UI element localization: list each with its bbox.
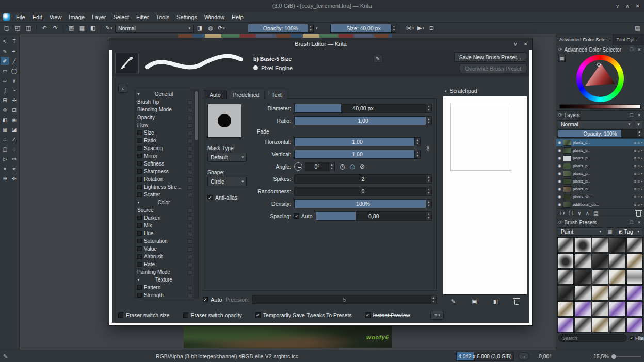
bezier-curve-tool[interactable]: ʃ: [1, 86, 9, 94]
menu-item[interactable]: Image: [65, 11, 88, 23]
calligraphy-tool[interactable]: ✒: [10, 47, 19, 55]
layer-filter-icon[interactable]: ▼: [635, 120, 642, 128]
hue-ring[interactable]: [576, 55, 624, 102]
reload-preset-icon[interactable]: ⟳▾: [217, 24, 226, 33]
layer-opacity-slider[interactable]: Opacity: 100%: [558, 129, 642, 138]
canvas-rotation-reset-button[interactable]: ↔: [518, 352, 529, 360]
rotation-off-icon[interactable]: ⊘: [360, 163, 365, 170]
menu-item[interactable]: Layer: [88, 11, 110, 23]
overwrite-preset-button[interactable]: Overwrite Brush Preset: [460, 63, 526, 73]
alpha-lock-icon[interactable]: α: [637, 172, 639, 175]
brush-option-row[interactable]: Painting Mode: [135, 268, 194, 276]
option-checkbox[interactable]: [137, 239, 142, 243]
brush-option-row[interactable]: General: [135, 90, 194, 98]
brush-preset-thumbnail[interactable]: [626, 253, 643, 269]
alpha-lock-icon[interactable]: α: [637, 164, 639, 168]
float-docker-icon[interactable]: ❐: [629, 47, 634, 52]
pattern-chooser-icon[interactable]: ▦: [77, 24, 87, 33]
brush-option-row[interactable]: Blending Mode: [135, 106, 194, 113]
option-checkbox[interactable]: [137, 192, 142, 197]
brush-option-row[interactable]: Sharpness: [135, 168, 194, 175]
color-sampler-tool[interactable]: ◉: [10, 116, 19, 124]
link-fade-icon[interactable]: ∞: [425, 146, 432, 151]
selector-settings-icon[interactable]: ▦: [558, 55, 566, 62]
redo-icon[interactable]: ↷: [51, 24, 60, 33]
delete-layer-button[interactable]: [636, 210, 641, 217]
menu-item[interactable]: Filter: [133, 11, 152, 23]
visibility-eye-icon[interactable]: ◉: [558, 148, 561, 153]
add-layer-button[interactable]: +▾: [559, 210, 565, 216]
brush-preset-thumbnail[interactable]: [557, 301, 574, 317]
brush-preset-thumbnail[interactable]: [574, 269, 591, 285]
brush-preset-thumbnail[interactable]: [557, 269, 574, 285]
brush-option-row[interactable]: Spacing: [135, 144, 194, 152]
spinner-arrows[interactable]: [414, 138, 420, 146]
ellipse-select-tool[interactable]: ◌: [10, 145, 19, 153]
eraser-switch-opacity-checkbox[interactable]: Eraser switch opacity: [183, 312, 242, 318]
spinner-arrows[interactable]: [426, 187, 431, 195]
inherit-alpha-icon[interactable]: ɑ: [634, 179, 636, 183]
spikes-slider[interactable]: 2: [294, 174, 432, 184]
preset-search-input[interactable]: [558, 334, 627, 342]
brush-preset-chooser-icon[interactable]: ✎▾: [104, 24, 114, 33]
tab-tool-options[interactable]: Tool Opt...: [613, 34, 642, 45]
brush-option-row[interactable]: Saturation: [135, 237, 194, 245]
brush-preset-thumbnail[interactable]: [609, 269, 625, 285]
option-checkbox[interactable]: [137, 254, 142, 259]
brush-preset-thumbnail[interactable]: [592, 317, 608, 333]
brush-option-row[interactable]: Flow: [135, 121, 194, 129]
layer-lock-icon[interactable]: ▪: [641, 149, 642, 152]
save-new-preset-button[interactable]: Save New Brush Preset...: [454, 52, 526, 62]
measure-tool[interactable]: ∠: [10, 135, 19, 143]
menu-item[interactable]: Settings: [173, 11, 201, 23]
duplicate-layer-button[interactable]: ❐: [569, 210, 573, 216]
option-checkbox[interactable]: [137, 285, 142, 290]
rotate-cw-icon[interactable]: ◷: [340, 163, 345, 170]
inherit-alpha-icon[interactable]: ɑ: [634, 156, 636, 160]
mask-type-select[interactable]: Default ▾: [207, 153, 247, 162]
option-checkbox[interactable]: [137, 138, 142, 143]
visibility-eye-icon[interactable]: ◉: [558, 156, 561, 160]
zoom-slider[interactable]: [614, 356, 641, 357]
eraser-switch-size-checkbox[interactable]: Eraser switch size: [118, 312, 170, 318]
float-docker-icon[interactable]: ❐: [629, 113, 634, 118]
vertical-fade-slider[interactable]: 1,00: [294, 150, 421, 159]
close-docker-icon[interactable]: ✕: [636, 220, 642, 225]
close-docker-icon[interactable]: ✕: [636, 47, 642, 52]
transform-tool[interactable]: ✛: [10, 96, 19, 104]
brush-preset-thumbnail[interactable]: [592, 253, 608, 269]
brush-option-row[interactable]: Mix: [135, 222, 194, 229]
zoom-value[interactable]: 15,5%: [593, 350, 609, 362]
spinner-arrows[interactable]: [426, 212, 431, 220]
footer-menu-button[interactable]: ≡▾: [430, 311, 444, 320]
preset-view-select[interactable]: Paint ▾: [558, 227, 604, 236]
brush-preset-thumbnail[interactable]: [557, 317, 574, 333]
mirror-vertical-icon[interactable]: ▶▾: [416, 24, 426, 33]
move-layer-down-button[interactable]: ∨: [577, 210, 581, 216]
menu-item[interactable]: Edit: [29, 11, 46, 23]
brush-preset-thumbnail[interactable]: [626, 237, 643, 253]
engine-radio[interactable]: [253, 65, 258, 70]
brush-preset-thumbnail[interactable]: [626, 317, 643, 333]
collapse-options-button[interactable]: ‹: [118, 84, 127, 93]
brush-option-row[interactable]: Scatter: [135, 191, 194, 199]
brush-option-row[interactable]: Lightness Stre...: [135, 183, 194, 191]
gradient-chooser-icon[interactable]: ▨: [67, 24, 76, 33]
chevron-down-icon[interactable]: ▾: [316, 26, 318, 30]
scratchpad-fill-icon[interactable]: ◧: [493, 298, 498, 305]
layer-lock-icon[interactable]: ▪: [641, 203, 642, 206]
brush-preset-thumbnail[interactable]: [574, 317, 591, 333]
layer-row[interactable]: ◉ plants_p... ɑ α ▪: [556, 170, 644, 177]
polyline-tool[interactable]: ∨: [10, 76, 19, 85]
brush-preset-thumbnail[interactable]: [557, 237, 574, 253]
multibrush-tool[interactable]: ⊞: [1, 96, 9, 104]
rectangle-tool[interactable]: ▭: [1, 67, 9, 75]
select-shapes-tool[interactable]: ↖: [1, 37, 9, 45]
inherit-alpha-icon[interactable]: ɑ: [634, 187, 636, 191]
option-checkbox[interactable]: [137, 231, 142, 236]
brush-option-row[interactable]: Value: [135, 245, 194, 253]
zoom-tool[interactable]: ⊕: [1, 174, 9, 183]
scratchpad-clear-icon[interactable]: [514, 300, 519, 305]
visibility-eye-icon[interactable]: ◉: [558, 140, 561, 145]
layer-row[interactable]: ◉ plants_b... ɑ α ▪: [556, 185, 644, 193]
